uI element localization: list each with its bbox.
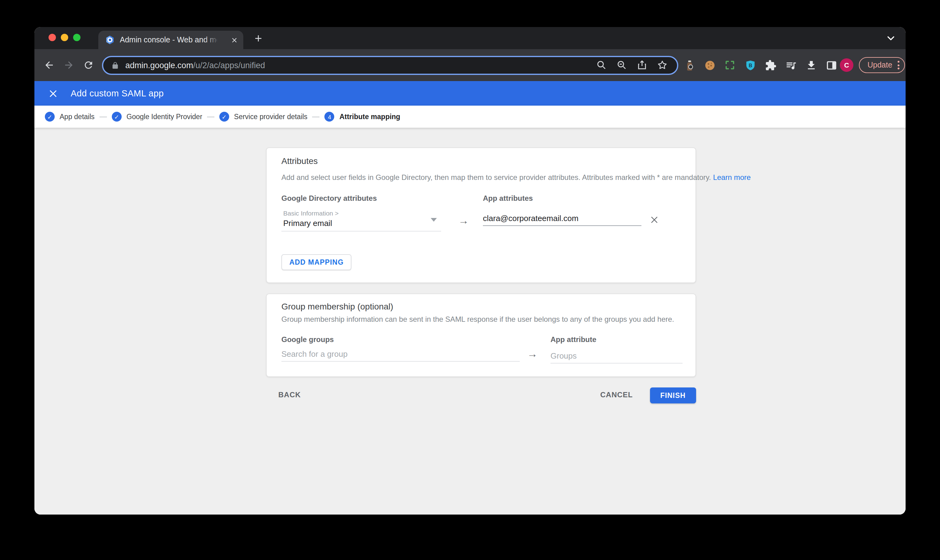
finish-button[interactable]: FINISH	[650, 388, 696, 403]
step-service-provider-details[interactable]: ✓ Service provider details	[219, 112, 308, 122]
app-attributes-label: App attributes	[483, 194, 533, 203]
tab-search-chevron-icon[interactable]	[886, 33, 896, 43]
shield-b-extension-icon[interactable]: B	[744, 59, 756, 71]
step-separator	[313, 116, 320, 117]
step-attribute-mapping[interactable]: 4 Attribute mapping	[325, 112, 400, 122]
update-button-label: Update	[868, 61, 892, 69]
attributes-card: Attributes Add and select user fields in…	[266, 148, 696, 283]
side-panel-icon[interactable]	[826, 59, 837, 71]
google-groups-label: Google groups	[281, 335, 334, 344]
bookmark-star-icon[interactable]	[657, 60, 668, 71]
url-path: /u/2/ac/apps/unified	[193, 60, 265, 70]
add-mapping-button[interactable]: ADD MAPPING	[281, 254, 352, 270]
reload-icon[interactable]	[83, 60, 94, 71]
attributes-card-title: Attributes	[281, 156, 317, 166]
search-icon[interactable]	[596, 60, 607, 71]
groups-attribute-input[interactable]	[550, 351, 683, 363]
downloads-icon[interactable]	[806, 59, 817, 71]
app-attribute-input[interactable]	[483, 214, 641, 226]
wizard-stepper: ✓ App details ✓ Google Identity Provider…	[34, 106, 906, 128]
svg-text:B: B	[749, 63, 752, 68]
wizard-footer: BACK CANCEL FINISH	[266, 388, 696, 405]
browser-tab[interactable]: Admin console - Web and mob	[98, 31, 243, 49]
url-domain: admin.google.com	[125, 60, 193, 70]
zoom-out-icon[interactable]	[616, 60, 627, 71]
step-google-idp-details[interactable]: ✓ Google Identity Provider details	[112, 112, 202, 122]
new-tab-button[interactable]	[252, 32, 264, 44]
close-dialog-icon[interactable]	[49, 89, 58, 98]
page-content: Attributes Add and select user fields in…	[34, 128, 906, 515]
back-icon[interactable]	[44, 60, 55, 71]
close-window-button[interactable]	[49, 34, 56, 41]
cookie-extension-icon[interactable]	[704, 59, 716, 71]
extensions-puzzle-icon[interactable]	[765, 59, 777, 71]
attributes-card-description: Add and select user fields in Google Dir…	[281, 173, 751, 182]
group-mapping-arrow-icon: →	[527, 348, 538, 360]
fullscreen-window-button[interactable]	[73, 34, 80, 41]
dropdown-arrow-icon[interactable]	[431, 218, 437, 222]
remove-mapping-icon[interactable]	[650, 215, 659, 224]
cancel-button[interactable]: CANCEL	[596, 390, 636, 400]
group-search-input[interactable]	[281, 349, 520, 362]
browser-toolbar: admin.google.com/u/2/ac/apps/unified	[34, 49, 906, 81]
group-card-description: Group membership information can be sent…	[281, 315, 674, 324]
desktop: Admin console - Web and mob	[0, 0, 940, 560]
tab-title-fade	[204, 31, 225, 49]
profile-avatar[interactable]: C	[840, 58, 854, 72]
extensions-row: B	[684, 59, 837, 71]
google-directory-attributes-label: Google Directory attributes	[281, 194, 377, 203]
dialog-header: Add custom SAML app	[34, 81, 906, 106]
mapping-arrow-icon: →	[458, 215, 469, 227]
tab-close-icon[interactable]	[229, 35, 239, 45]
share-icon[interactable]	[636, 60, 647, 71]
url-bar[interactable]: admin.google.com/u/2/ac/apps/unified	[102, 55, 678, 75]
app-attribute-label: App attribute	[550, 335, 596, 344]
browser-menu-kebab-icon[interactable]	[898, 61, 900, 69]
step-number-badge: 4	[325, 112, 334, 122]
url-text: admin.google.com/u/2/ac/apps/unified	[125, 60, 596, 70]
step-app-details[interactable]: ✓ App details	[45, 112, 95, 122]
group-membership-card: Group membership (optional) Group member…	[266, 294, 696, 377]
step-check-icon: ✓	[112, 112, 122, 122]
forward-icon[interactable]	[63, 60, 74, 71]
directory-attribute-select[interactable]: Primary email	[283, 218, 441, 228]
media-queue-icon[interactable]	[785, 59, 797, 71]
tab-title: Admin console - Web and mob	[120, 35, 217, 44]
admin-console-favicon	[105, 35, 115, 45]
step-separator	[100, 116, 107, 117]
directory-attribute-underline	[281, 231, 441, 231]
tab-strip: Admin console - Web and mob	[34, 27, 906, 49]
step-separator	[207, 116, 214, 117]
update-button[interactable]: Update	[859, 57, 905, 73]
browser-window: Admin console - Web and mob	[34, 27, 906, 515]
lock-icon[interactable]	[111, 61, 119, 69]
minimize-window-button[interactable]	[61, 34, 68, 41]
window-controls	[49, 34, 80, 41]
step-check-icon: ✓	[45, 112, 55, 122]
step-check-icon: ✓	[219, 112, 229, 122]
back-button[interactable]: BACK	[274, 390, 304, 400]
group-card-title: Group membership (optional)	[281, 302, 393, 311]
screenshot-extension-icon[interactable]	[724, 59, 736, 71]
learn-more-link[interactable]: Learn more	[713, 173, 751, 182]
dialog-title: Add custom SAML app	[71, 88, 164, 98]
directory-attribute-value: Primary email	[283, 218, 441, 228]
bottle-extension-icon[interactable]	[684, 59, 695, 71]
directory-attribute-category: Basic Information >	[283, 209, 339, 217]
